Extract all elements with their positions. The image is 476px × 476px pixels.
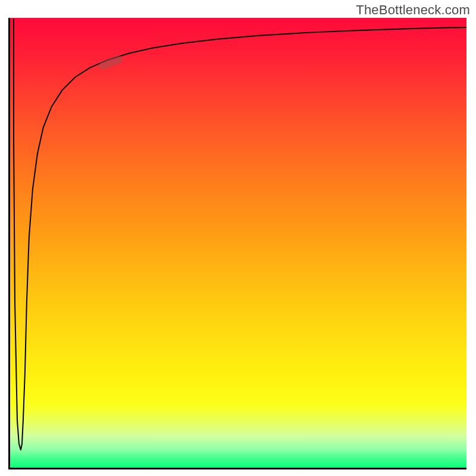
- curve-layer: [10, 18, 466, 468]
- chart-container: TheBottleneck.com: [0, 0, 476, 476]
- watermark-label: TheBottleneck.com: [356, 2, 470, 18]
- plot-area: [8, 18, 466, 469]
- bottleneck-curve: [14, 19, 466, 450]
